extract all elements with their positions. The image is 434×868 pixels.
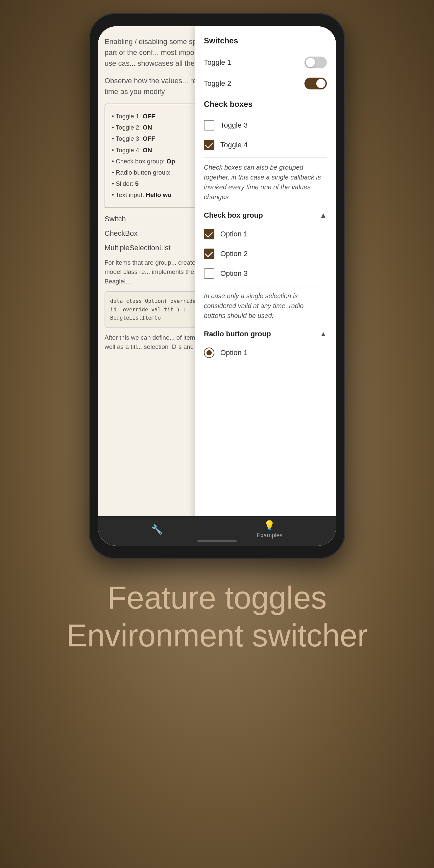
toggle4-label: Toggle 4 <box>220 141 248 149</box>
checkbox-option3-label: Option 3 <box>220 269 248 278</box>
toggle1-knob <box>306 58 315 67</box>
checkbox-option2-label: Option 2 <box>220 250 248 258</box>
toggle2-switch[interactable] <box>305 78 327 89</box>
checkbox-group-desc: Check boxes can also be grouped together… <box>204 162 327 202</box>
radio-group-desc: In case only a single selection is consi… <box>204 291 327 320</box>
footer-line2: Environment switcher <box>66 617 368 654</box>
bulb-icon: 💡 <box>264 520 275 531</box>
toggle3-label: Toggle 3 <box>220 121 248 129</box>
divider-1 <box>204 97 327 97</box>
wrench-icon: 🔧 <box>151 524 163 535</box>
toggle1-row: Toggle 1 <box>204 52 327 73</box>
toggle4-checkbox[interactable] <box>204 140 214 150</box>
footer: Feature toggles Environment switcher <box>66 579 368 654</box>
checkbox-option1[interactable] <box>204 229 214 239</box>
checkbox-option1-label: Option 1 <box>220 230 248 238</box>
toggle4-row: Toggle 4 <box>204 135 327 155</box>
radio-option1[interactable] <box>204 347 214 358</box>
checkbox-option3-row: Option 3 <box>204 264 327 283</box>
radio-group-header[interactable]: Radio button group ▲ <box>204 325 327 343</box>
phone-device: Enabling / disabling some specific part … <box>89 13 345 559</box>
radio-group-chevron: ▲ <box>319 330 327 338</box>
radio-option1-row: Option 1 <box>204 343 327 363</box>
divider-3 <box>204 286 327 286</box>
toggle2-row: Toggle 2 <box>204 73 327 94</box>
toggle1-label: Toggle 1 <box>204 58 231 67</box>
nav-btn-examples[interactable]: 💡 Examples <box>256 520 282 539</box>
toggle2-knob <box>316 79 326 88</box>
right-panel: Switches Toggle 1 Toggle 2 Check boxes T… <box>195 26 336 546</box>
radio-group-title: Radio button group <box>204 330 271 338</box>
toggle1-switch[interactable] <box>305 57 327 68</box>
checkbox-option2[interactable] <box>204 249 214 259</box>
divider-2 <box>204 157 327 158</box>
footer-line1: Feature toggles <box>66 579 368 617</box>
checkbox-option1-row: Option 1 <box>204 224 327 244</box>
checkboxes-title: Check boxes <box>204 100 327 109</box>
radio-option1-label: Option 1 <box>220 348 248 357</box>
toggle2-label: Toggle 2 <box>204 79 231 88</box>
toggle3-checkbox[interactable] <box>204 120 214 130</box>
checkbox-option3[interactable] <box>204 268 214 279</box>
nav-btn-tools[interactable]: 🔧 <box>151 524 163 535</box>
toggle3-row: Toggle 3 <box>204 115 327 135</box>
examples-label: Examples <box>256 532 282 539</box>
checkbox-group-chevron: ▲ <box>319 211 327 220</box>
home-indicator <box>197 540 237 542</box>
switches-title: Switches <box>204 36 327 45</box>
checkbox-option2-row: Option 2 <box>204 244 327 264</box>
checkbox-group-title: Check box group <box>204 211 263 220</box>
phone-screen: Enabling / disabling some specific part … <box>98 26 336 546</box>
checkbox-group-header[interactable]: Check box group ▲ <box>204 207 327 224</box>
